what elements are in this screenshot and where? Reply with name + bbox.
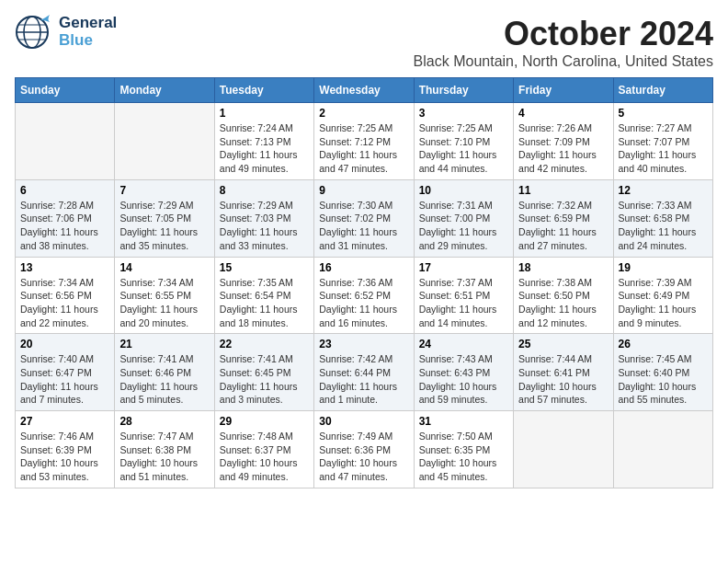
day-number: 16 <box>319 261 408 274</box>
logo-line2: Blue <box>59 32 117 50</box>
day-info: Sunrise: 7:33 AM Sunset: 6:58 PM Dayligh… <box>619 199 708 253</box>
calendar-cell: 30Sunrise: 7:49 AM Sunset: 6:36 PM Dayli… <box>314 411 414 488</box>
logo-line1: General <box>59 15 117 32</box>
day-number: 30 <box>319 415 408 428</box>
calendar-cell: 15Sunrise: 7:35 AM Sunset: 6:54 PM Dayli… <box>214 257 313 334</box>
calendar-cell: 17Sunrise: 7:37 AM Sunset: 6:51 PM Dayli… <box>414 257 513 334</box>
day-number: 28 <box>119 415 209 428</box>
day-info: Sunrise: 7:34 AM Sunset: 6:56 PM Dayligh… <box>20 276 109 330</box>
day-info: Sunrise: 7:39 AM Sunset: 6:49 PM Dayligh… <box>619 276 708 330</box>
day-number: 7 <box>119 184 209 197</box>
day-number: 22 <box>220 338 309 350</box>
day-number: 21 <box>119 338 209 350</box>
day-info: Sunrise: 7:38 AM Sunset: 6:50 PM Dayligh… <box>518 276 608 330</box>
calendar-cell: 2Sunrise: 7:25 AM Sunset: 7:12 PM Daylig… <box>314 103 414 180</box>
calendar-header-monday: Monday <box>115 78 214 103</box>
calendar-cell: 14Sunrise: 7:34 AM Sunset: 6:55 PM Dayli… <box>115 257 214 334</box>
calendar-week-row: 13Sunrise: 7:34 AM Sunset: 6:56 PM Dayli… <box>16 257 713 334</box>
calendar-week-row: 20Sunrise: 7:40 AM Sunset: 6:47 PM Dayli… <box>16 334 713 411</box>
calendar-cell: 11Sunrise: 7:32 AM Sunset: 6:59 PM Dayli… <box>514 179 613 257</box>
day-info: Sunrise: 7:41 AM Sunset: 6:46 PM Dayligh… <box>119 352 209 407</box>
day-info: Sunrise: 7:34 AM Sunset: 6:55 PM Dayligh… <box>119 276 209 330</box>
day-info: Sunrise: 7:25 AM Sunset: 7:10 PM Dayligh… <box>419 121 508 176</box>
calendar-week-row: 6Sunrise: 7:28 AM Sunset: 7:06 PM Daylig… <box>16 179 713 257</box>
month-title: October 2024 <box>414 15 713 53</box>
calendar-header-sunday: Sunday <box>16 78 115 103</box>
day-info: Sunrise: 7:30 AM Sunset: 7:02 PM Dayligh… <box>319 199 408 253</box>
calendar-cell: 31Sunrise: 7:50 AM Sunset: 6:35 PM Dayli… <box>414 411 513 488</box>
calendar-header-wednesday: Wednesday <box>314 78 414 103</box>
calendar-cell: 3Sunrise: 7:25 AM Sunset: 7:10 PM Daylig… <box>414 103 513 180</box>
calendar-header-friday: Friday <box>514 78 613 103</box>
calendar-cell: 7Sunrise: 7:29 AM Sunset: 7:05 PM Daylig… <box>115 179 214 257</box>
day-info: Sunrise: 7:47 AM Sunset: 6:38 PM Dayligh… <box>119 430 209 484</box>
calendar-cell: 23Sunrise: 7:42 AM Sunset: 6:44 PM Dayli… <box>314 334 414 411</box>
day-info: Sunrise: 7:40 AM Sunset: 6:47 PM Dayligh… <box>20 352 109 407</box>
calendar-cell: 24Sunrise: 7:43 AM Sunset: 6:43 PM Dayli… <box>414 334 513 411</box>
day-info: Sunrise: 7:43 AM Sunset: 6:43 PM Dayligh… <box>419 352 508 407</box>
day-info: Sunrise: 7:45 AM Sunset: 6:40 PM Dayligh… <box>619 352 708 407</box>
day-info: Sunrise: 7:50 AM Sunset: 6:35 PM Dayligh… <box>419 430 508 484</box>
calendar-cell <box>115 103 214 180</box>
day-info: Sunrise: 7:46 AM Sunset: 6:39 PM Dayligh… <box>20 430 109 484</box>
calendar-header-tuesday: Tuesday <box>214 78 313 103</box>
calendar-cell <box>16 103 115 180</box>
calendar-header-thursday: Thursday <box>414 78 513 103</box>
day-number: 24 <box>419 338 508 350</box>
page-header: General Blue October 2024 Black Mountain… <box>15 15 713 70</box>
calendar-cell <box>514 411 613 488</box>
day-info: Sunrise: 7:37 AM Sunset: 6:51 PM Dayligh… <box>419 276 508 330</box>
day-info: Sunrise: 7:41 AM Sunset: 6:45 PM Dayligh… <box>220 352 309 407</box>
day-info: Sunrise: 7:29 AM Sunset: 7:05 PM Dayligh… <box>119 199 209 253</box>
calendar-cell: 13Sunrise: 7:34 AM Sunset: 6:56 PM Dayli… <box>16 257 115 334</box>
day-number: 4 <box>518 107 608 120</box>
calendar-week-row: 27Sunrise: 7:46 AM Sunset: 6:39 PM Dayli… <box>16 411 713 488</box>
day-info: Sunrise: 7:32 AM Sunset: 6:59 PM Dayligh… <box>518 199 608 253</box>
day-info: Sunrise: 7:25 AM Sunset: 7:12 PM Dayligh… <box>319 121 408 176</box>
day-number: 9 <box>319 184 408 197</box>
day-number: 23 <box>319 338 408 350</box>
day-info: Sunrise: 7:42 AM Sunset: 6:44 PM Dayligh… <box>319 352 408 407</box>
day-number: 17 <box>419 261 508 274</box>
calendar-cell: 19Sunrise: 7:39 AM Sunset: 6:49 PM Dayli… <box>613 257 712 334</box>
calendar-cell: 1Sunrise: 7:24 AM Sunset: 7:13 PM Daylig… <box>214 103 313 180</box>
calendar-cell: 20Sunrise: 7:40 AM Sunset: 6:47 PM Dayli… <box>16 334 115 411</box>
logo: General Blue <box>15 15 117 50</box>
calendar-cell <box>613 411 712 488</box>
day-info: Sunrise: 7:31 AM Sunset: 7:00 PM Dayligh… <box>419 199 508 253</box>
day-number: 2 <box>319 107 408 120</box>
calendar-cell: 8Sunrise: 7:29 AM Sunset: 7:03 PM Daylig… <box>214 179 313 257</box>
day-info: Sunrise: 7:36 AM Sunset: 6:52 PM Dayligh… <box>319 276 408 330</box>
calendar-cell: 9Sunrise: 7:30 AM Sunset: 7:02 PM Daylig… <box>314 179 414 257</box>
day-number: 1 <box>220 107 309 120</box>
day-number: 10 <box>419 184 508 197</box>
calendar-cell: 26Sunrise: 7:45 AM Sunset: 6:40 PM Dayli… <box>613 334 712 411</box>
calendar-cell: 28Sunrise: 7:47 AM Sunset: 6:38 PM Dayli… <box>115 411 214 488</box>
calendar-cell: 27Sunrise: 7:46 AM Sunset: 6:39 PM Dayli… <box>16 411 115 488</box>
calendar-cell: 25Sunrise: 7:44 AM Sunset: 6:41 PM Dayli… <box>514 334 613 411</box>
calendar-cell: 4Sunrise: 7:26 AM Sunset: 7:09 PM Daylig… <box>514 103 613 180</box>
day-info: Sunrise: 7:49 AM Sunset: 6:36 PM Dayligh… <box>319 430 408 484</box>
calendar-header-row: SundayMondayTuesdayWednesdayThursdayFrid… <box>16 78 713 103</box>
day-info: Sunrise: 7:26 AM Sunset: 7:09 PM Dayligh… <box>518 121 608 176</box>
calendar-week-row: 1Sunrise: 7:24 AM Sunset: 7:13 PM Daylig… <box>16 103 713 180</box>
day-number: 20 <box>20 338 109 350</box>
day-number: 31 <box>419 415 508 428</box>
day-number: 13 <box>20 261 109 274</box>
day-info: Sunrise: 7:44 AM Sunset: 6:41 PM Dayligh… <box>518 352 608 407</box>
day-number: 12 <box>619 184 708 197</box>
day-info: Sunrise: 7:48 AM Sunset: 6:37 PM Dayligh… <box>220 430 309 484</box>
day-info: Sunrise: 7:35 AM Sunset: 6:54 PM Dayligh… <box>220 276 309 330</box>
day-number: 29 <box>220 415 309 428</box>
day-number: 3 <box>419 107 508 120</box>
day-number: 19 <box>619 261 708 274</box>
day-number: 25 <box>518 338 608 350</box>
calendar-cell: 22Sunrise: 7:41 AM Sunset: 6:45 PM Dayli… <box>214 334 313 411</box>
calendar-cell: 6Sunrise: 7:28 AM Sunset: 7:06 PM Daylig… <box>16 179 115 257</box>
day-info: Sunrise: 7:27 AM Sunset: 7:07 PM Dayligh… <box>619 121 708 176</box>
day-number: 5 <box>619 107 708 120</box>
calendar-cell: 10Sunrise: 7:31 AM Sunset: 7:00 PM Dayli… <box>414 179 513 257</box>
day-info: Sunrise: 7:28 AM Sunset: 7:06 PM Dayligh… <box>20 199 109 253</box>
title-block: October 2024 Black Mountain, North Carol… <box>414 15 713 70</box>
day-number: 8 <box>220 184 309 197</box>
